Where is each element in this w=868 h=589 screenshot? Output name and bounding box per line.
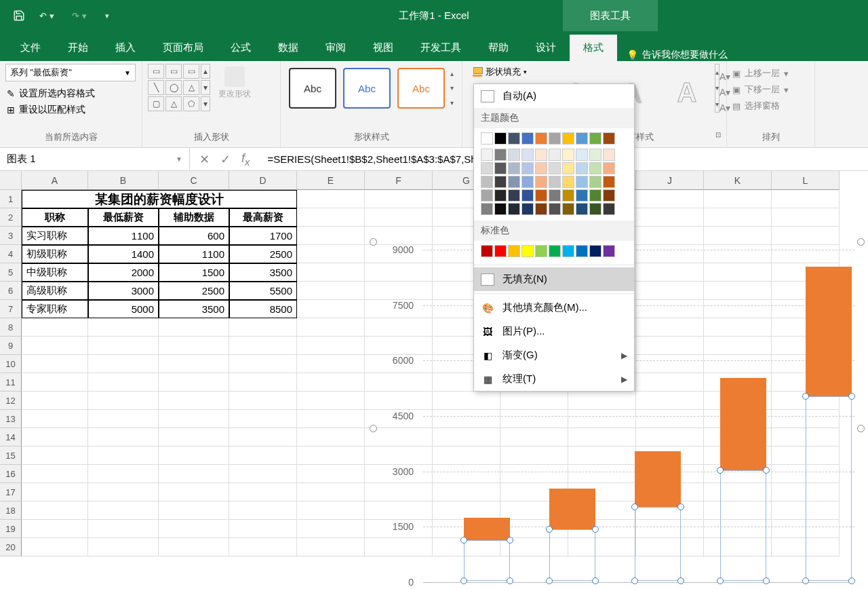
fill-texture[interactable]: ▦ 纹理(T) ▶ [474, 367, 634, 391]
cell[interactable] [297, 483, 365, 501]
color-swatch[interactable] [589, 132, 601, 145]
bar-base-series[interactable] [635, 507, 681, 581]
cell[interactable] [297, 538, 365, 556]
color-swatch[interactable] [521, 245, 534, 257]
cell[interactable] [297, 410, 365, 428]
cell[interactable]: 某集团的薪资幅度设计 [22, 190, 297, 208]
cell[interactable]: 600 [159, 227, 229, 245]
cell[interactable]: 最高薪资 [229, 208, 297, 227]
cell[interactable]: 中级职称 [22, 263, 88, 282]
bar-top-series[interactable] [806, 267, 852, 396]
row-header[interactable]: 1 [0, 190, 22, 208]
cell[interactable] [22, 318, 88, 337]
row-header[interactable]: 19 [0, 520, 22, 538]
cell[interactable] [88, 410, 159, 428]
cell[interactable] [88, 501, 159, 520]
style-gallery-more[interactable]: ▴▾▾ [448, 64, 456, 113]
send-backward-button[interactable]: ▣下移一层 ▾ [731, 81, 810, 98]
color-swatch[interactable] [481, 189, 493, 202]
cell[interactable] [297, 190, 365, 208]
cell[interactable] [297, 245, 365, 263]
cell[interactable] [22, 446, 88, 465]
undo-button[interactable]: ↶ ▾ [33, 6, 61, 25]
format-selection-button[interactable]: ✎设置所选内容格式 [5, 86, 136, 102]
fill-more-colors[interactable]: 🎨 其他填充颜色(M)... [474, 296, 634, 320]
color-swatch[interactable] [603, 203, 615, 215]
save-button[interactable] [9, 6, 28, 25]
color-swatch[interactable] [508, 176, 520, 188]
cell[interactable] [772, 190, 840, 208]
cell[interactable] [22, 410, 88, 428]
cell[interactable]: 8500 [229, 300, 297, 318]
cell[interactable] [159, 318, 229, 337]
color-swatch[interactable] [589, 245, 601, 257]
color-swatch[interactable] [603, 189, 615, 202]
color-swatch[interactable] [603, 132, 615, 145]
cell[interactable] [159, 501, 229, 520]
cell[interactable]: 专家职称 [22, 300, 88, 318]
color-swatch[interactable] [576, 203, 588, 215]
color-swatch[interactable] [494, 162, 507, 174]
ribbon-tab-帮助[interactable]: 帮助 [475, 35, 522, 61]
bar-top-series[interactable] [720, 378, 766, 470]
ribbon-tab-插入[interactable]: 插入 [102, 35, 149, 61]
col-header[interactable]: L [772, 171, 840, 190]
ribbon-tab-页面布局[interactable]: 页面布局 [149, 35, 217, 61]
cell[interactable] [229, 501, 297, 520]
name-box[interactable]: 图表 1▼ [0, 148, 190, 170]
cell[interactable] [159, 465, 229, 483]
row-header[interactable]: 16 [0, 465, 22, 483]
color-swatch[interactable] [508, 203, 520, 215]
bring-forward-button[interactable]: ▣上移一层 ▾ [731, 65, 810, 81]
color-swatch[interactable] [603, 245, 615, 257]
color-swatch[interactable] [521, 203, 534, 215]
row-header[interactable]: 2 [0, 208, 22, 227]
cell[interactable] [159, 392, 229, 410]
cell[interactable]: 3000 [88, 282, 159, 300]
cell[interactable] [297, 282, 365, 300]
bar-top-series[interactable] [635, 451, 681, 507]
cell[interactable] [88, 355, 159, 373]
row-header[interactable]: 18 [0, 501, 22, 520]
bar-base-series[interactable] [549, 529, 595, 581]
color-swatch[interactable] [576, 176, 588, 188]
color-swatch[interactable] [494, 176, 507, 188]
row-header[interactable]: 11 [0, 373, 22, 392]
cell[interactable] [22, 520, 88, 538]
color-swatch[interactable] [494, 149, 507, 161]
cell[interactable] [297, 208, 365, 227]
ribbon-tab-视图[interactable]: 视图 [359, 35, 407, 61]
row-header[interactable]: 8 [0, 318, 22, 337]
cell[interactable]: 1100 [159, 245, 229, 263]
col-header[interactable]: K [704, 171, 772, 190]
col-header[interactable]: A [22, 171, 88, 190]
selection-pane-button[interactable]: ▤选择窗格 [731, 98, 810, 114]
col-header[interactable]: E [297, 171, 365, 190]
ribbon-tab-开始[interactable]: 开始 [54, 35, 102, 61]
row-header[interactable]: 12 [0, 392, 22, 410]
row-header[interactable]: 13 [0, 410, 22, 428]
cell[interactable] [159, 538, 229, 556]
cell[interactable] [297, 520, 365, 538]
cell[interactable] [229, 373, 297, 392]
cell[interactable] [22, 465, 88, 483]
cell[interactable] [297, 446, 365, 465]
cell[interactable] [22, 373, 88, 392]
row-header[interactable]: 7 [0, 300, 22, 318]
cell[interactable] [229, 483, 297, 501]
cell[interactable] [636, 190, 704, 208]
enter-formula-button[interactable]: ✓ [220, 152, 231, 167]
cell[interactable] [229, 446, 297, 465]
cell[interactable] [88, 538, 159, 556]
cell[interactable] [229, 318, 297, 337]
cell[interactable] [159, 520, 229, 538]
ribbon-tab-开发工具[interactable]: 开发工具 [407, 35, 475, 61]
color-swatch[interactable] [562, 245, 574, 257]
cell[interactable]: 辅助数据 [159, 208, 229, 227]
cell[interactable] [636, 208, 704, 227]
ribbon-tab-公式[interactable]: 公式 [217, 35, 264, 61]
ribbon-tab-设计[interactable]: 设计 [522, 35, 570, 61]
color-swatch[interactable] [549, 176, 561, 188]
color-swatch[interactable] [508, 162, 520, 174]
cell[interactable]: 最低薪资 [88, 208, 159, 227]
